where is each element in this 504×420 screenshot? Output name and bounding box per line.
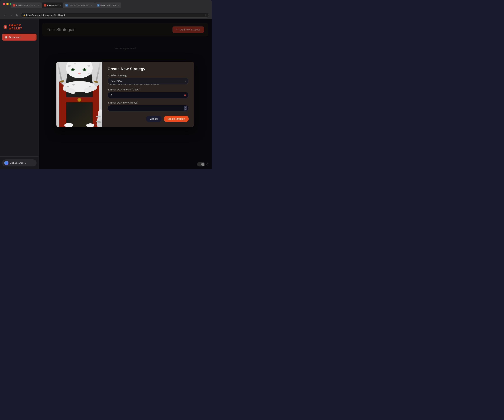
app-container: ⊗ P⊗WER WALLET ▦ Dashboard 🔷 0x5ba3...17… [0,19,212,169]
step3-section: 3. Enter DCA interval (days) ▴ ▾ [108,101,189,111]
bookmark-icon[interactable]: ☆ [204,14,206,17]
required-indicator: ✱ [184,94,186,97]
minimize-window-button[interactable] [6,3,9,5]
browser-tab-using-base[interactable]: B Using Base | Base ✕ [95,2,121,8]
address-bar-row: ← → ↻ 🔒 https://powerwallet.vercel.app/d… [3,12,209,18]
tab-title-4: Using Base | Base [101,4,116,6]
cancel-button[interactable]: Cancel [146,116,162,122]
dashboard-label: Dashboard [9,36,21,39]
spinner-down-button[interactable]: ▾ [184,108,187,111]
refresh-button[interactable]: ↻ [15,13,19,18]
sidebar-item-dashboard[interactable]: ▦ Dashboard [2,34,36,41]
tabs-bar: ⚠ Problem loading page... ✕ P PowerWalle… [11,2,187,8]
dca-amount-wrapper: ✱ [108,92,189,98]
tab-favicon-3: B [65,4,68,6]
forward-button[interactable]: → [9,13,13,18]
wallet-address-text: 0x5ba3...1716 [10,162,23,164]
wallet-chevron-icon: ▲ [25,162,27,164]
address-bar[interactable]: 🔒 https://powerwallet.vercel.app/dashboa… [21,13,209,18]
browser-tab-powerwallet[interactable]: P PowerWallet ✕ [42,2,63,8]
logo-icon: ⊗ [4,25,7,29]
step2-section: 2. Enter DCA Amount (USDC) ✱ [108,88,189,98]
back-button[interactable]: ← [3,13,7,18]
step3-label: 3. Enter DCA interval (days) [108,101,189,104]
step1-label: 1. Select Strategy [108,74,189,77]
logo-text: P⊗WER WALLET [9,24,35,30]
sidebar-logo: ⊗ P⊗WER WALLET [0,19,39,34]
spinner-buttons: ▴ ▾ [184,106,187,111]
tab-title-1: Problem loading page... [16,4,37,6]
tab-close-3[interactable]: ✕ [91,4,93,6]
dca-amount-input[interactable] [108,92,189,98]
browser-tab-base-sepolia[interactable]: B Base Sepolia Network Transact... ✕ [63,2,95,8]
tab-title-3: Base Sepolia Network Transact... [69,4,90,6]
url-text: https://powerwallet.vercel.app/dashboard [26,14,65,16]
sidebar: ⊗ P⊗WER WALLET ▦ Dashboard 🔷 0x5ba3...17… [0,19,39,169]
interval-input-wrapper: ▴ ▾ [108,105,189,111]
modal-overlay: Create New Strategy 1. Select Strategy P… [39,19,212,169]
modal-mascot-image [56,62,102,127]
wallet-address-display[interactable]: 🔷 0x5ba3...1716 ▲ [2,159,36,167]
step2-label: 2. Enter DCA Amount (USDC) [108,88,189,91]
sidebar-nav: ▦ Dashboard [0,34,39,41]
tab-close-1[interactable]: ✕ [38,4,40,6]
interval-input[interactable] [108,105,189,111]
tab-favicon-1: ⚠ [13,4,15,6]
tab-title-2: PowerWallet [47,4,58,6]
lock-icon: 🔒 [23,14,25,16]
sidebar-footer: 🔷 0x5ba3...1716 ▲ [0,156,39,169]
tab-close-2[interactable]: ✕ [59,4,61,6]
step1-section: 1. Select Strategy Pure DCA Value Averag… [108,74,189,85]
modal-form: Create New Strategy 1. Select Strategy P… [102,62,194,127]
strategy-select-wrapper: Pure DCA Value Averaging Grid Trading ▾ [108,78,189,84]
wallet-avatar: 🔷 [4,161,8,165]
close-window-button[interactable] [3,3,5,5]
tab-close-4[interactable]: ✕ [117,4,119,6]
create-strategy-button[interactable]: Create Strategy [164,116,189,122]
strategy-select[interactable]: Pure DCA Value Averaging Grid Trading [108,78,189,84]
dashboard-icon: ▦ [5,36,7,39]
main-content: Your Strategies + + Add New Strategy No … [39,19,212,169]
modal-title: Create New Strategy [108,67,189,71]
browser-chrome: ⚠ Problem loading page... ✕ P PowerWalle… [0,0,212,19]
modal-container: Create New Strategy 1. Select Strategy P… [56,62,194,127]
tab-favicon-4: B [97,4,99,6]
browser-tab-problem[interactable]: ⚠ Problem loading page... ✕ [11,2,42,8]
tab-favicon-2: P [44,4,46,6]
modal-actions: Cancel Create Strategy [108,116,189,122]
spinner-up-button[interactable]: ▴ [184,106,187,108]
mascot-bg [56,62,102,127]
